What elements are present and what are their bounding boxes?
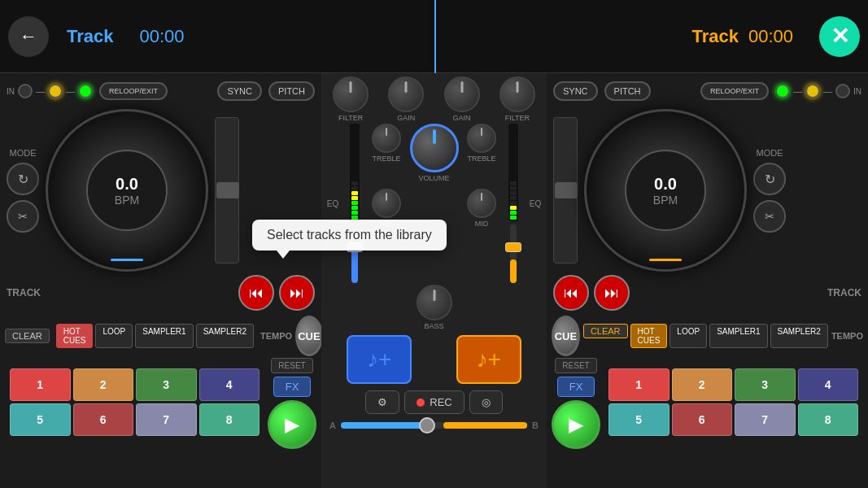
right-deck: SYNC PITCH RELOOP/EXIT — — IN 0.0 BPM MO… (547, 73, 868, 488)
left-sampler2-tab[interactable]: SAMPLER2 (196, 324, 254, 348)
left-tempo-label: TEMPO (260, 331, 292, 341)
left-pad-5[interactable]: 5 (10, 403, 71, 436)
target-icon: ◎ (482, 396, 491, 408)
right-pitch-thumb (555, 182, 578, 198)
right-in-led (835, 84, 850, 98)
left-pad-6[interactable]: 6 (73, 403, 134, 436)
left-pad-1[interactable]: 1 (10, 368, 71, 401)
rec-button[interactable]: REC (404, 390, 464, 414)
right-library-button[interactable]: ♪+ (456, 335, 521, 384)
left-pad-3[interactable]: 3 (136, 368, 197, 401)
left-mode-btn-2[interactable]: ✂ (7, 200, 39, 233)
right-out-led (805, 84, 820, 98)
left-pad-4[interactable]: 4 (199, 368, 260, 401)
right-pitch-button[interactable]: PITCH (604, 81, 651, 101)
right-channel-fader[interactable] (510, 224, 517, 283)
right-filter-knob[interactable] (499, 76, 535, 112)
right-turntable-inner: 0.0 BPM (625, 150, 706, 231)
right-sampler1-tab[interactable]: SAMPLER1 (709, 324, 767, 348)
left-treble-label: TREBLE (372, 155, 400, 163)
left-pad-2[interactable]: 2 (73, 368, 134, 401)
left-treble-knob[interactable] (372, 124, 401, 153)
left-mode-label: MODE (10, 148, 37, 158)
right-fx-button[interactable]: FX (557, 377, 595, 397)
right-prev-track-button[interactable]: ⏮ (553, 275, 589, 311)
center-divider (434, 0, 436, 73)
left-pitch-slider[interactable] (215, 117, 239, 264)
left-turntable[interactable]: 0.0 BPM (46, 109, 208, 272)
right-filter-label: FILTER (505, 114, 530, 122)
left-gain-label: GAIN (397, 114, 415, 122)
left-active-led (78, 84, 93, 98)
equalizer-button[interactable]: ⚙ (365, 390, 399, 414)
top-bar: ← Track 00:00 Track 00:00 ✕ (0, 0, 868, 73)
left-reloop-button[interactable]: RELOOP/EXIT (99, 82, 168, 100)
bass-knob[interactable] (417, 285, 452, 320)
right-pad-2[interactable]: 2 (672, 368, 733, 401)
right-clear-button[interactable]: CLEAR (583, 324, 628, 338)
left-next-track-button[interactable]: ⏭ (279, 275, 315, 311)
crossfader[interactable] (341, 422, 527, 429)
left-clear-button[interactable]: CLEAR (5, 329, 50, 343)
back-button[interactable]: ← (8, 16, 49, 57)
left-sampler1-tab[interactable]: SAMPLER1 (135, 324, 193, 348)
crossfader-area: A B (321, 417, 547, 434)
volume-knob[interactable] (410, 124, 459, 172)
left-pad-8[interactable]: 8 (199, 403, 260, 436)
right-mid-knob[interactable] (467, 189, 496, 218)
right-hot-cues-tab[interactable]: HOT CUES (630, 324, 668, 348)
target-button[interactable]: ◎ (469, 390, 503, 414)
right-sync-button[interactable]: SYNC (553, 81, 598, 101)
crossfader-thumb (419, 417, 435, 434)
left-cue-button[interactable]: CUE (295, 316, 322, 356)
right-reset-button[interactable]: RESET (555, 358, 596, 373)
right-next-track-button[interactable]: ⏭ (594, 275, 630, 311)
right-pad-6[interactable]: 6 (672, 403, 733, 436)
right-pad-5[interactable]: 5 (608, 403, 670, 436)
right-track-label: TRACK (827, 287, 861, 298)
right-pad-4[interactable]: 4 (798, 368, 859, 401)
left-fx-button[interactable]: FX (273, 377, 312, 397)
right-pitch-slider[interactable] (553, 117, 578, 264)
left-pitch-button[interactable]: PITCH (268, 81, 315, 101)
right-mid-label: MID (475, 220, 489, 228)
right-mode-label: MODE (757, 148, 783, 158)
right-tempo-label: TEMPO (831, 331, 863, 341)
left-play-button[interactable]: ▶ (268, 400, 316, 449)
left-sync-button[interactable]: SYNC (217, 81, 262, 101)
left-hot-cues-tab[interactable]: HOT CUES (56, 324, 94, 348)
left-mid-knob[interactable] (372, 189, 401, 218)
right-mode-btn-2[interactable]: ✂ (753, 200, 786, 233)
right-cue-button[interactable]: CUE (552, 316, 580, 356)
right-pad-7[interactable]: 7 (735, 403, 796, 436)
left-deck: IN — — RELOOP/EXIT SYNC PITCH MODE ↻ ✂ 0… (0, 73, 321, 488)
right-pad-3[interactable]: 3 (735, 368, 796, 401)
crossfader-left-fill (341, 422, 425, 429)
left-library-button[interactable]: ♪+ (347, 335, 412, 384)
crossfader-right-fill (443, 422, 527, 429)
right-loop-tab[interactable]: LOOP (670, 324, 707, 348)
right-gain-knob[interactable] (444, 76, 480, 112)
left-reset-button[interactable]: RESET (271, 358, 312, 373)
right-reloop-button[interactable]: RELOOP/EXIT (700, 82, 769, 100)
right-fader-thumb (505, 242, 521, 252)
right-sampler2-tab[interactable]: SAMPLER2 (770, 324, 828, 348)
left-in-out-group: IN — — (7, 84, 93, 98)
left-mode-btn-1[interactable]: ↻ (7, 163, 39, 195)
left-prev-track-button[interactable]: ⏮ (238, 275, 274, 311)
right-turntable[interactable]: 0.0 BPM (584, 109, 747, 272)
left-in-label: IN (7, 87, 15, 96)
left-turntable-marker (111, 259, 143, 261)
right-pad-1[interactable]: 1 (608, 368, 670, 401)
left-gain-knob[interactable] (388, 76, 424, 112)
left-filter-knob[interactable] (333, 76, 369, 112)
right-play-button[interactable]: ▶ (552, 400, 600, 449)
close-button[interactable]: ✕ (819, 16, 860, 57)
right-vu-meter (508, 124, 518, 221)
left-loop-tab[interactable]: LOOP (95, 324, 133, 348)
right-gain-knob-col: GAIN (444, 76, 480, 122)
right-pad-8[interactable]: 8 (798, 403, 859, 436)
left-pad-7[interactable]: 7 (136, 403, 197, 436)
right-mode-btn-1[interactable]: ↻ (753, 163, 786, 195)
right-treble-knob[interactable] (467, 124, 496, 153)
